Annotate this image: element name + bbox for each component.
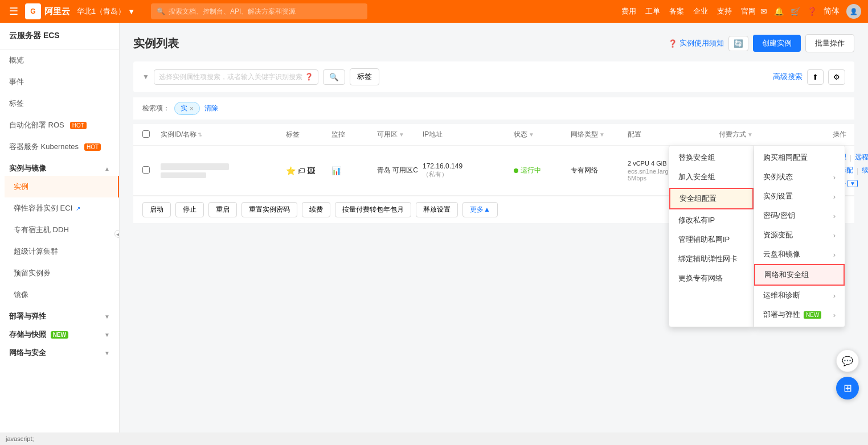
reset-password-btn[interactable]: 重置实例密码 — [241, 202, 297, 217]
dropdown-item-disk-image[interactable]: 云盘和镜像 › — [754, 245, 845, 264]
mail-icon[interactable]: ✉ — [760, 7, 767, 16]
nav-link-support[interactable]: 支持 — [717, 6, 732, 17]
nav-link-official[interactable]: 官网 — [741, 6, 756, 17]
row-select-checkbox[interactable] — [142, 166, 150, 174]
dropdown-item-change-vpc[interactable]: 更换专有网络 — [669, 269, 754, 288]
settings-btn[interactable]: ⚙ — [828, 69, 845, 85]
filter-search-btn[interactable]: 🔍 — [323, 69, 345, 85]
table-col-id[interactable]: 实例ID/名称 ⇅ — [161, 130, 286, 139]
row-checkbox[interactable] — [142, 166, 161, 175]
table-col-config[interactable]: 配置 — [628, 130, 719, 139]
convert-billing-btn[interactable]: 按量付费转包年包月 — [335, 202, 411, 217]
logo-text: 阿里云 — [44, 6, 70, 17]
arrow-right-icon-5: › — [833, 250, 836, 259]
remote-connect-link[interactable]: 远程连接 — [855, 153, 868, 162]
export-btn[interactable]: ⬆ — [807, 69, 824, 85]
sidebar-section-deploy[interactable]: 部署与弹性 ▼ — [0, 306, 119, 324]
filter-label: 检索项： — [142, 104, 170, 113]
float-buttons: 💬 ⊞ — [836, 349, 859, 399]
table-col-checkbox[interactable] — [142, 130, 161, 139]
stop-btn[interactable]: 停止 — [175, 202, 204, 217]
grid-float-btn[interactable]: ⊞ — [836, 377, 859, 399]
dropdown-item-replace-sg[interactable]: 替换安全组 — [669, 148, 754, 167]
dropdown-item-bind-eni[interactable]: 绑定辅助弹性网卡 — [669, 249, 754, 269]
table-col-network[interactable]: 网络类型 ▼ — [571, 130, 628, 139]
release-settings-btn[interactable]: 释放设置 — [416, 202, 458, 217]
help-icon[interactable]: ❓ — [807, 7, 817, 16]
sidebar-section-network[interactable]: 网络与安全 ▼ — [0, 342, 119, 360]
dropdown-item-network-sg[interactable]: 网络和安全组 — [754, 264, 845, 286]
more-dropdown-arrow[interactable]: ▼ — [847, 180, 858, 187]
sidebar-item-image[interactable]: 镜像 — [5, 284, 119, 306]
dropdown-item-manage-auxiliary-ip[interactable]: 管理辅助私网IP — [669, 230, 754, 249]
nav-link-ticket[interactable]: 工单 — [645, 6, 660, 17]
dropdown-item-modify-private-ip[interactable]: 修改私有IP — [669, 211, 754, 230]
sidebar-item-instance[interactable]: 实例 — [5, 176, 119, 197]
sidebar-item-overview[interactable]: 概览 — [0, 50, 119, 71]
table-col-ip[interactable]: IP地址 — [423, 130, 514, 139]
select-all-checkbox[interactable] — [142, 130, 150, 138]
instance-notice-btn[interactable]: ❓ 实例使用须知 — [668, 38, 724, 48]
cart-icon[interactable]: 🛒 — [791, 7, 800, 16]
row-monitor[interactable]: 📊 — [331, 166, 377, 175]
filter-expand-icon[interactable]: ▼ — [142, 73, 149, 81]
chevron-up-icon: ▲ — [104, 166, 110, 172]
create-instance-btn[interactable]: 创建实例 — [753, 35, 801, 52]
start-btn[interactable]: 启动 — [142, 202, 171, 217]
row-network: 专有网络 — [571, 166, 628, 175]
page-header: 实例列表 ❓ 实例使用须知 🔄 创建实例 批量操作 — [133, 34, 854, 52]
sidebar-item-tags[interactable]: 标签 — [0, 93, 119, 114]
top-search-bar[interactable]: 🔍 — [151, 3, 367, 19]
dropdown-item-deploy-elastic[interactable]: 部署与弹性 NEW › — [754, 305, 845, 324]
logo[interactable]: G 阿里云 — [25, 3, 70, 19]
advanced-search-link[interactable]: 高级搜索 — [773, 72, 803, 82]
filter-tag-btn[interactable]: 标签 — [350, 68, 379, 85]
dropdown-item-instance-settings[interactable]: 实例设置 › — [754, 187, 845, 206]
avatar[interactable]: 👤 — [846, 4, 861, 19]
dropdown-item-buy-same[interactable]: 购买相同配置 — [754, 148, 845, 167]
table-col-zone[interactable]: 可用区 ▼ — [377, 130, 423, 139]
sidebar-item-kubernetes[interactable]: 容器服务 Kubernetes HOT — [0, 136, 119, 158]
sidebar-item-events[interactable]: 事件 — [0, 71, 119, 93]
chat-float-btn[interactable]: 💬 — [836, 349, 859, 372]
dropdown-item-sg-config[interactable]: 安全组配置 — [669, 188, 754, 209]
sidebar-item-ddh[interactable]: 专有宿主机 DDH — [5, 219, 119, 241]
notification-icon[interactable]: 🔔 — [774, 7, 784, 16]
more-bottom-btn[interactable]: 更多▲ — [462, 202, 498, 217]
nav-links: 费用 工单 备案 企业 支持 官网 — [621, 6, 756, 17]
table-col-status[interactable]: 状态 ▼ — [514, 130, 571, 139]
nav-link-fee[interactable]: 费用 — [621, 6, 636, 17]
renew-link[interactable]: 续费 — [862, 166, 868, 175]
dropdown-item-ops-diagnose[interactable]: 运维和诊断 › — [754, 286, 845, 305]
nav-link-icp[interactable]: 备案 — [669, 6, 684, 17]
batch-operation-btn[interactable]: 批量操作 — [805, 34, 854, 52]
sidebar-section-instance-image[interactable]: 实例与镜像 ▲ — [0, 158, 119, 176]
nav-link-enterprise[interactable]: 企业 — [693, 6, 708, 17]
sidebar-section-storage[interactable]: 存储与快照 NEW ▼ — [0, 324, 119, 342]
search-input[interactable] — [169, 7, 362, 15]
renew-bottom-btn[interactable]: 续费 — [302, 202, 330, 217]
table-col-billing[interactable]: 付费方式 ▼ — [719, 130, 833, 139]
dropdown-item-join-sg[interactable]: 加入安全组 — [669, 167, 754, 187]
refresh-btn[interactable]: 🔄 — [728, 36, 748, 51]
sidebar-collapse-handle[interactable]: ◀ — [114, 230, 120, 238]
sidebar-item-hpc[interactable]: 超级计算集群 — [5, 241, 119, 262]
restart-btn[interactable]: 重启 — [208, 202, 237, 217]
sidebar-item-eci[interactable]: 弹性容器实例 ECI ↗ — [5, 197, 119, 219]
remove-pill-icon[interactable]: × — [190, 105, 194, 113]
hamburger-menu[interactable]: ☰ — [7, 3, 21, 20]
region-selector[interactable]: 华北1（青岛） ▼ — [77, 6, 135, 17]
filter-input[interactable]: 选择实例属性项搜索，或者输入关键字识别搜索 ❓ — [154, 69, 318, 85]
clear-filter-btn[interactable]: 清除 — [204, 104, 218, 113]
sidebar-item-ros[interactable]: 自动化部署 ROS HOT — [0, 114, 119, 136]
sidebar-item-reserved[interactable]: 预留实例券 — [5, 262, 119, 284]
row-instance-id — [161, 163, 286, 178]
dropdown-item-instance-status[interactable]: 实例状态 › — [754, 167, 845, 187]
table-col-actions: 操作 — [833, 130, 868, 139]
table-col-tag[interactable]: 标签 — [286, 130, 331, 139]
lang-switch[interactable]: 简体 — [824, 6, 840, 17]
dropdown-item-password-key[interactable]: 密码/密钥 › — [754, 206, 845, 225]
chevron-down-icon-network: ▼ — [104, 350, 110, 356]
table-col-monitor[interactable]: 监控 — [331, 130, 377, 139]
dropdown-item-resource-resize[interactable]: 资源变配 › — [754, 225, 845, 245]
